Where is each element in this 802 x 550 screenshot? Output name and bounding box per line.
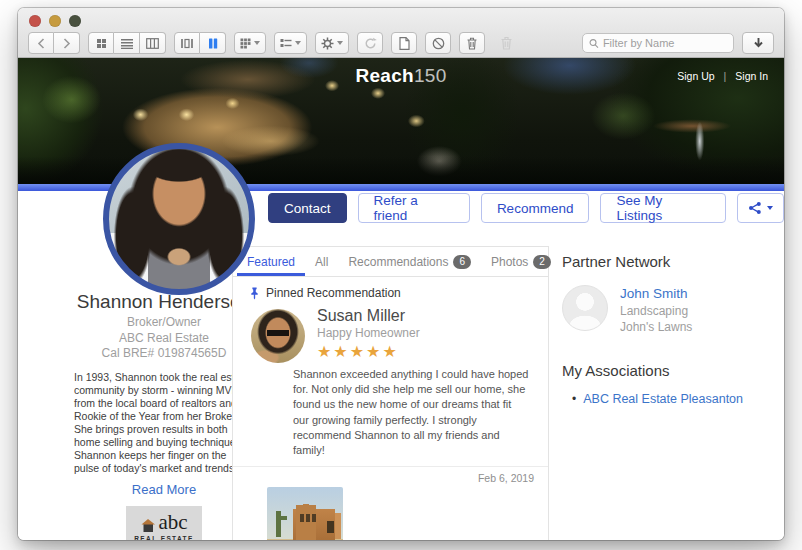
reviewer-subtitle: Happy Homeowner — [317, 326, 532, 340]
arrange-dropdown-button[interactable] — [274, 32, 307, 54]
partner-info: John Smith Landscaping John's Lawns — [620, 285, 692, 336]
cover-flow-button[interactable] — [174, 32, 200, 54]
tab-all[interactable]: All — [305, 247, 338, 276]
preview-segment — [174, 32, 226, 54]
share-icon — [748, 201, 762, 215]
tab-photos-label: Photos — [491, 255, 528, 269]
recommendation-item: Susan Miller Happy Homeowner ★★★★★ Shann… — [233, 300, 548, 458]
profile-name: Shannon Henderson — [74, 291, 254, 312]
group-icon — [240, 38, 251, 49]
refer-a-friend-button[interactable]: Refer a friend — [358, 193, 470, 223]
delete-button[interactable] — [459, 32, 485, 54]
filter-field[interactable] — [582, 33, 734, 53]
trash-faded-icon — [500, 36, 513, 50]
reviewer-header: Susan Miller Happy Homeowner ★★★★★ — [317, 307, 532, 361]
cover-flow-icon — [180, 38, 194, 49]
my-associations-title: My Associations — [562, 362, 774, 379]
reach150-logo: Reach150 — [18, 65, 784, 87]
tab-all-label: All — [315, 255, 328, 269]
minimize-window-button[interactable] — [49, 15, 61, 27]
house-icon — [140, 518, 156, 532]
reviewer-name: Susan Miller — [317, 307, 532, 325]
partner-item: John Smith Landscaping John's Lawns — [562, 285, 774, 336]
download-arrow-icon — [753, 37, 764, 49]
profile-title: Broker/Owner — [74, 315, 254, 331]
listing-photo[interactable] — [267, 487, 343, 540]
partner-network-title: Partner Network — [562, 253, 774, 270]
profile-license: Cal BRE# 019874565D — [74, 346, 254, 362]
tab-featured-label: Featured — [247, 255, 295, 269]
chevron-left-icon — [37, 38, 46, 49]
association-link[interactable]: • ABC Real Estate Pleasanton — [572, 392, 774, 406]
search-icon — [589, 38, 599, 49]
block-button[interactable] — [425, 32, 451, 54]
bullet-icon: • — [572, 392, 576, 406]
reviewer-avatar — [251, 309, 305, 363]
company-logo-text: abc — [158, 513, 187, 532]
partner-role: Landscaping — [620, 303, 692, 319]
grid-view-icon — [96, 38, 107, 49]
refresh-button[interactable] — [357, 32, 383, 54]
logo-light-text: 150 — [414, 65, 447, 86]
traffic-lights — [29, 15, 81, 27]
tab-bar: Featured All Recommendations6 Photos2 — [233, 247, 548, 277]
company-logo: abc REAL ESTATE — [126, 506, 202, 540]
recommendation-text: Shannon exceeded anything I could have h… — [293, 367, 530, 458]
icon-view-button[interactable] — [88, 32, 114, 54]
chevron-right-icon — [62, 38, 71, 49]
zoom-window-button[interactable] — [69, 15, 81, 27]
auth-links: Sign Up | Sign In — [677, 70, 768, 82]
group-dropdown-button[interactable] — [234, 32, 266, 54]
column-view-button[interactable] — [140, 32, 166, 54]
tab-recommendations[interactable]: Recommendations6 — [338, 247, 481, 276]
tab-recommendations-label: Recommendations — [348, 255, 448, 269]
gear-icon — [321, 37, 334, 50]
contact-button[interactable]: Contact — [268, 193, 347, 223]
feed-card: Featured All Recommendations6 Photos2 Pi… — [232, 246, 549, 540]
toolbar — [28, 31, 774, 55]
refresh-icon — [364, 37, 377, 50]
column-view-icon — [146, 38, 159, 49]
nav-segment — [28, 32, 80, 54]
back-button[interactable] — [28, 32, 54, 54]
filter-input[interactable] — [603, 37, 727, 49]
see-my-listings-button[interactable]: See My Listings — [600, 193, 726, 223]
pin-icon — [249, 287, 260, 300]
chevron-down-icon — [295, 41, 301, 45]
sign-up-link[interactable]: Sign Up — [677, 70, 714, 82]
logo-bold-text: Reach — [355, 65, 414, 86]
profile-bio: In 1993, Shannon took the real estate co… — [74, 371, 254, 475]
recommendations-count-badge: 6 — [453, 255, 471, 269]
profile-photo — [103, 143, 255, 295]
share-dropdown-button[interactable] — [737, 193, 784, 223]
read-more-link[interactable]: Read More — [74, 482, 254, 497]
partner-avatar — [562, 285, 608, 331]
forward-button[interactable] — [54, 32, 80, 54]
partner-company: John's Lawns — [620, 319, 692, 335]
list-view-icon — [121, 38, 133, 49]
partner-name-link[interactable]: John Smith — [620, 285, 692, 303]
profile-summary: Shannon Henderson Broker/Owner ABC Real … — [74, 291, 254, 540]
company-logo-subtext: REAL ESTATE — [126, 535, 202, 540]
action-button-row: Contact Refer a friend Recommend See My … — [268, 193, 784, 223]
download-button[interactable] — [742, 32, 774, 54]
sign-in-link[interactable]: Sign In — [735, 70, 768, 82]
pinned-recommendation-header: Pinned Recommendation — [233, 277, 548, 300]
tab-photos[interactable]: Photos2 — [481, 247, 561, 276]
prohibit-icon — [432, 37, 445, 50]
pinned-recommendation-label: Pinned Recommendation — [266, 286, 401, 300]
right-sidebar: Partner Network John Smith Landscaping J… — [562, 253, 774, 406]
list-view-button[interactable] — [114, 32, 140, 54]
split-view-button[interactable] — [200, 32, 226, 54]
view-segment — [88, 32, 166, 54]
split-view-icon — [208, 38, 218, 49]
document-icon — [398, 37, 410, 50]
arrange-icon — [280, 38, 292, 49]
chevron-down-icon — [254, 41, 260, 45]
new-document-button[interactable] — [391, 32, 417, 54]
photos-count-badge: 2 — [533, 255, 551, 269]
trash-disabled-button — [493, 32, 519, 54]
action-dropdown-button[interactable] — [315, 32, 349, 54]
recommend-button[interactable]: Recommend — [481, 193, 590, 223]
close-window-button[interactable] — [29, 15, 41, 27]
